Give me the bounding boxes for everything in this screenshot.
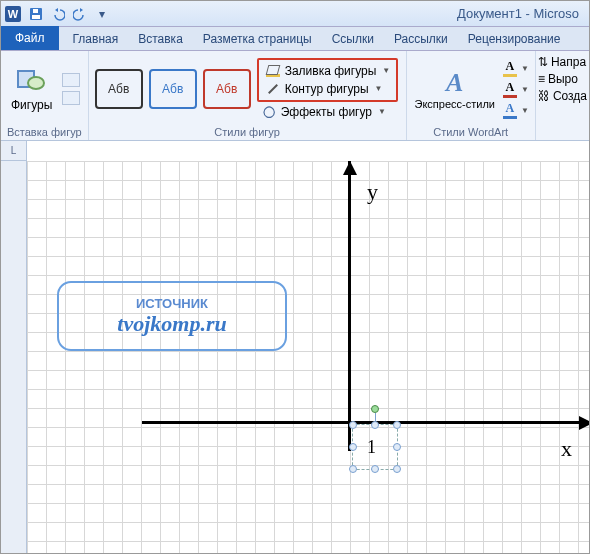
undo-icon[interactable] (49, 5, 67, 23)
shape-outline-label: Контур фигуры (285, 82, 369, 96)
document-canvas[interactable]: y x 1 ИСТОЧНИК tvojkomp.r (27, 161, 589, 553)
group-insert-label: Вставка фигур (7, 125, 82, 140)
tab-review[interactable]: Рецензирование (458, 28, 571, 50)
resize-handle-ml[interactable] (349, 443, 357, 451)
text-outline-icon: A (503, 80, 517, 98)
shape-fill-button[interactable]: Заливка фигуры▼ (261, 62, 395, 80)
text-fill-button[interactable]: A▼ (503, 59, 529, 77)
effects-icon: ◯ (261, 104, 277, 120)
fill-bucket-icon (265, 63, 281, 79)
group-shape-styles: Абв Абв Абв Заливка фигуры▼ Контур фигур… (89, 51, 407, 140)
x-axis-label[interactable]: x (561, 436, 572, 462)
svg-rect-2 (33, 9, 38, 13)
direction-icon: ⇅ (538, 55, 548, 69)
y-axis[interactable] (348, 161, 351, 451)
resize-handle-tr[interactable] (393, 421, 401, 429)
word-app-icon: W (5, 6, 21, 22)
shape-effects-label: Эффекты фигур (281, 105, 372, 119)
draw-textbox-button[interactable] (62, 91, 80, 105)
vertical-ruler[interactable] (1, 161, 27, 553)
express-styles-button[interactable]: A Экспресс-стили (413, 66, 497, 112)
quick-access-toolbar: ▾ (27, 5, 111, 23)
group-insert-shapes: Фигуры Вставка фигур (1, 51, 89, 140)
text-fill-icon: A (503, 59, 517, 77)
ribbon: Фигуры Вставка фигур Абв Абв Абв З (1, 51, 589, 141)
save-icon[interactable] (27, 5, 45, 23)
shape-style-1[interactable]: Абв (95, 69, 143, 109)
shapes-button[interactable]: Фигуры (7, 64, 56, 114)
shape-style-2[interactable]: Абв (149, 69, 197, 109)
highlighted-tools: Заливка фигуры▼ Контур фигуры▼ (257, 58, 399, 102)
tab-file[interactable]: Файл (1, 26, 59, 50)
align-icon: ≡ (538, 72, 545, 86)
tab-layout[interactable]: Разметка страницы (193, 28, 322, 50)
group-wordart-styles: A Экспресс-стили A▼ A▼ A▼ Стили WordArt (407, 51, 536, 140)
create-link-button[interactable]: ⛓Созда (538, 89, 587, 103)
resize-handle-bl[interactable] (349, 465, 357, 473)
window-title: Документ1 - Microso (111, 6, 585, 21)
resize-handle-mr[interactable] (393, 443, 401, 451)
text-effects-button[interactable]: A▼ (503, 101, 529, 119)
watermark-box: ИСТОЧНИК tvojkomp.ru (57, 281, 287, 351)
redo-icon[interactable] (71, 5, 89, 23)
textbox-value: 1 (367, 437, 376, 458)
text-effects-icon: A (503, 101, 517, 119)
shapes-icon (15, 66, 49, 96)
grid-overlay (27, 161, 589, 553)
rotate-connector (375, 413, 376, 421)
y-axis-label[interactable]: y (367, 179, 378, 205)
rotate-handle[interactable] (371, 405, 379, 413)
align-text-button[interactable]: ≡Выро (538, 72, 587, 86)
group-styles-label: Стили фигур (95, 125, 400, 140)
pencil-icon (265, 81, 281, 97)
shape-outline-button[interactable]: Контур фигуры▼ (261, 80, 395, 98)
resize-handle-bm[interactable] (371, 465, 379, 473)
watermark-source: ИСТОЧНИК (136, 296, 208, 311)
resize-handle-br[interactable] (393, 465, 401, 473)
tab-mailings[interactable]: Рассылки (384, 28, 458, 50)
resize-handle-tl[interactable] (349, 421, 357, 429)
tab-insert[interactable]: Вставка (128, 28, 193, 50)
express-styles-label: Экспресс-стили (415, 98, 495, 110)
tab-references[interactable]: Ссылки (322, 28, 384, 50)
shape-effects-button[interactable]: ◯ Эффекты фигур▼ (257, 103, 399, 121)
watermark-url: tvojkomp.ru (117, 311, 226, 337)
wordart-a-icon: A (446, 68, 463, 98)
group-text: ⇅Напра ≡Выро ⛓Созда (536, 51, 589, 140)
shape-fill-label: Заливка фигуры (285, 64, 377, 78)
title-bar: W ▾ Документ1 - Microso (1, 1, 589, 27)
x-axis-arrow-icon (579, 416, 589, 430)
y-axis-arrow-icon (343, 161, 357, 175)
ribbon-tabs: Файл Главная Вставка Разметка страницы С… (1, 27, 589, 51)
shapes-button-label: Фигуры (11, 98, 52, 112)
shape-style-3[interactable]: Абв (203, 69, 251, 109)
edit-shape-button[interactable] (62, 73, 80, 87)
text-direction-button[interactable]: ⇅Напра (538, 55, 587, 69)
horizontal-ruler-row: L 4 3 2 1 1 2 (1, 141, 589, 161)
selected-textbox[interactable]: 1 (352, 424, 398, 470)
svg-rect-1 (32, 15, 40, 19)
tab-home[interactable]: Главная (63, 28, 129, 50)
text-outline-button[interactable]: A▼ (503, 80, 529, 98)
ruler-corner[interactable]: L (1, 141, 27, 161)
resize-handle-tm[interactable] (371, 421, 379, 429)
group-wordart-label: Стили WordArt (413, 125, 529, 140)
qat-dropdown-icon[interactable]: ▾ (93, 5, 111, 23)
link-icon: ⛓ (538, 89, 550, 103)
